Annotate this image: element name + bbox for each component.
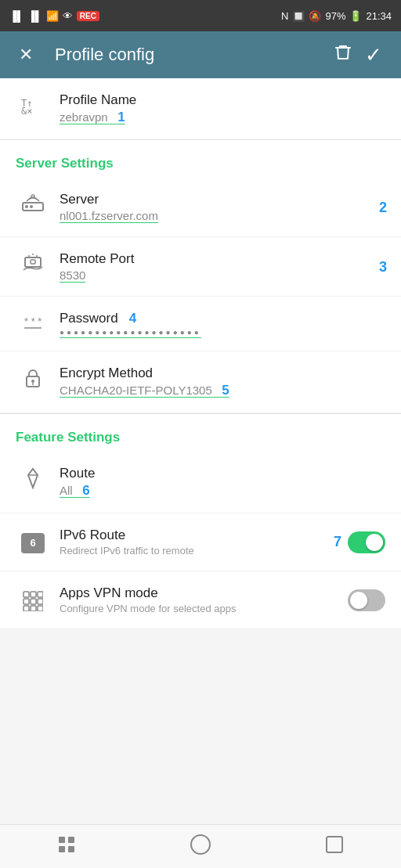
remote-port-content: Remote Port 8530 <box>50 251 385 282</box>
ipv6-sublabel: Redirect IPv6 traffic to remote <box>60 545 334 556</box>
ipv6-route-row[interactable]: 6 IPv6 Route Redirect IPv6 traffic to re… <box>0 513 401 571</box>
encrypt-badge: 5 <box>222 383 229 398</box>
remote-port-value: 8530 <box>60 268 385 282</box>
server-settings-header: Server Settings <box>0 140 401 178</box>
confirm-button[interactable]: ✓ <box>359 37 388 74</box>
bell-off-icon: 🔕 <box>309 10 321 22</box>
encrypt-content: Encrypt Method CHACHA20-IETF-POLY1305 5 <box>50 366 385 398</box>
page-title: Profile config <box>55 45 327 65</box>
svg-rect-8 <box>31 260 35 264</box>
svg-rect-20 <box>23 606 29 611</box>
feature-settings-header: Feature Settings <box>0 414 401 452</box>
eye-icon: 👁 <box>63 10 73 22</box>
svg-rect-21 <box>31 606 36 611</box>
password-icon: * * * <box>16 311 50 331</box>
ipv6-badge: 7 <box>334 534 341 550</box>
remote-port-label: Remote Port <box>60 251 385 267</box>
grid-nav-icon[interactable] <box>42 829 92 865</box>
password-content: Password 4 ●●●●●●●●●●●●●●●●●●●● <box>50 311 385 337</box>
svg-point-27 <box>191 835 210 854</box>
svg-rect-19 <box>38 599 43 604</box>
svg-rect-23 <box>59 837 65 843</box>
encrypt-value: CHACHA20-IETF-POLY1305 5 <box>60 383 385 398</box>
svg-point-5 <box>30 205 33 208</box>
svg-rect-18 <box>31 599 36 604</box>
route-row[interactable]: Route All 6 <box>0 452 401 513</box>
ipv6-label: IPv6 Route <box>60 528 334 543</box>
svg-rect-22 <box>38 606 43 611</box>
status-right: N 🔲 🔕 97% 🔋 21:34 <box>281 10 392 22</box>
svg-rect-26 <box>68 846 74 852</box>
remote-port-row[interactable]: Remote Port 8530 3 <box>0 237 401 297</box>
wifi-icon: 📶 <box>46 10 59 22</box>
password-badge: 4 <box>129 311 136 326</box>
svg-rect-6 <box>25 258 41 267</box>
status-bar: ▐▌ ▐▌ 📶 👁 REC N 🔲 🔕 97% 🔋 21:34 <box>0 0 401 31</box>
battery-percent: 97% <box>325 10 345 22</box>
battery-icon: 🔋 <box>349 10 362 22</box>
svg-rect-16 <box>38 592 43 597</box>
status-left: ▐▌ ▐▌ 📶 👁 REC <box>9 10 99 22</box>
svg-rect-24 <box>68 837 74 843</box>
server-badge: 2 <box>379 199 387 215</box>
profile-name-badge: 1 <box>117 110 125 124</box>
svg-text:&×: &× <box>21 106 32 114</box>
apps-vpn-sublabel: Configure VPN mode for selected apps <box>60 603 348 614</box>
svg-text:* * *: * * * <box>24 315 42 327</box>
password-label: Password 4 <box>60 311 385 326</box>
apps-vpn-content: Apps VPN mode Configure VPN mode for sel… <box>50 585 348 614</box>
svg-point-12 <box>31 380 34 383</box>
route-value: All 6 <box>60 483 385 499</box>
svg-rect-28 <box>327 837 342 852</box>
server-content: Server nl001.fzserver.com <box>50 192 385 222</box>
remote-port-badge: 3 <box>379 258 387 275</box>
ipv6-toggle-container: 7 <box>334 531 385 553</box>
delete-button[interactable] <box>327 37 359 73</box>
close-button[interactable]: ✕ <box>13 38 39 71</box>
route-content: Route All 6 <box>50 466 385 499</box>
server-value: nl001.fzserver.com <box>60 209 385 222</box>
ipv6-content: IPv6 Route Redirect IPv6 traffic to remo… <box>50 528 334 556</box>
signal-icon: ▐▌ <box>9 10 23 22</box>
apps-vpn-toggle-thumb <box>350 592 367 609</box>
route-icon <box>16 466 50 489</box>
apps-vpn-icon <box>16 589 50 611</box>
profile-name-label: Profile Name <box>60 92 385 108</box>
svg-rect-17 <box>23 599 29 604</box>
server-row[interactable]: Server nl001.fzserver.com 2 <box>0 178 401 237</box>
server-label: Server <box>60 192 385 207</box>
home-nav-icon[interactable] <box>174 827 227 866</box>
encrypt-icon <box>16 366 50 389</box>
password-value: ●●●●●●●●●●●●●●●●●●●● <box>60 328 385 337</box>
profile-name-value: zebravpn 1 <box>60 110 385 125</box>
profile-name-icon: T↑ &× <box>16 92 50 114</box>
svg-rect-25 <box>59 846 65 852</box>
apps-vpn-toggle-container <box>348 589 385 611</box>
svg-rect-14 <box>23 592 29 597</box>
server-icon <box>16 192 50 212</box>
rec-icon: REC <box>77 11 99 21</box>
bottom-nav <box>0 824 401 868</box>
encrypt-method-row[interactable]: Encrypt Method CHACHA20-IETF-POLY1305 5 <box>0 351 401 413</box>
apps-vpn-toggle[interactable] <box>348 589 385 611</box>
time: 21:34 <box>366 10 392 22</box>
route-label: Route <box>60 466 385 481</box>
ipv6-icon: 6 <box>16 531 50 553</box>
bluetooth-icon: 🔲 <box>292 10 305 22</box>
back-nav-icon[interactable] <box>309 829 359 865</box>
svg-point-4 <box>25 205 28 208</box>
signal2-icon: ▐▌ <box>27 10 42 22</box>
password-row[interactable]: * * * Password 4 ●●●●●●●●●●●●●●●●●●●● <box>0 297 401 351</box>
content: T↑ &× Profile Name zebravpn 1 Server Set… <box>0 78 401 629</box>
remote-port-icon <box>16 251 50 273</box>
profile-name-content: Profile Name zebravpn 1 <box>50 92 385 125</box>
svg-rect-15 <box>31 592 36 597</box>
apps-vpn-label: Apps VPN mode <box>60 585 348 601</box>
ipv6-toggle-thumb <box>366 534 383 551</box>
top-bar: ✕ Profile config ✓ <box>0 31 401 78</box>
route-badge: 6 <box>82 483 89 498</box>
apps-vpn-row[interactable]: Apps VPN mode Configure VPN mode for sel… <box>0 571 401 629</box>
encrypt-label: Encrypt Method <box>60 366 385 381</box>
ipv6-toggle[interactable] <box>348 531 385 553</box>
profile-name-row[interactable]: T↑ &× Profile Name zebravpn 1 <box>0 78 401 139</box>
